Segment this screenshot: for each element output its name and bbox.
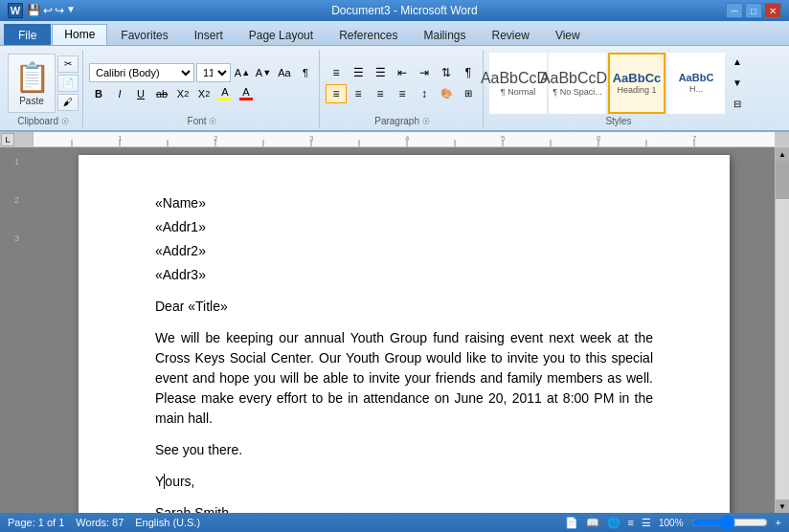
font-color-button[interactable]: A [237,84,256,103]
view-draft-icon[interactable]: ☰ [642,517,651,529]
tab-favorites[interactable]: Favorites [108,24,180,45]
bullets-button[interactable]: ≡ [326,63,347,82]
copy-button[interactable]: 📄 [57,75,79,92]
language: English (U.S.) [135,517,200,528]
document-content[interactable]: «Name» «Addr1» «Addr2» «Addr3» Dear «Tit… [155,193,653,513]
minimize-button[interactable]: ─ [726,3,743,18]
font-size-increase-button[interactable]: A▲ [233,63,252,82]
zoom-in-button[interactable]: + [776,517,781,528]
style-no-spacing-label: ¶ No Spaci... [552,87,601,97]
shading-button[interactable]: 🎨 [436,84,457,103]
decrease-indent-button[interactable]: ⇤ [392,63,413,82]
cut-button[interactable]: ✂ [57,55,79,73]
save-icon[interactable]: 💾 [27,4,41,17]
vertical-scrollbar[interactable]: ▲ ▼ [775,147,789,513]
style-heading2-label: H... [689,84,703,94]
bold-button[interactable]: B [89,84,108,103]
zoom-slider[interactable] [691,518,768,527]
align-center-button[interactable]: ≡ [348,84,369,103]
salutation: Dear «Title» [155,297,653,317]
font-size-select[interactable]: 11 [196,63,231,82]
font-label: Font ☉ [188,114,217,126]
merge-addr3: «Addr3» [155,265,653,285]
font-name-select[interactable]: Calibri (Body) [89,63,194,82]
page-info: Page: 1 of 1 [8,517,64,528]
align-left-button[interactable]: ≡ [326,84,347,103]
strikethrough-button[interactable]: ab [152,84,171,103]
line-spacing-button[interactable]: ↕ [414,84,435,103]
superscript-button[interactable]: X2 [194,84,214,103]
title-bar: W 💾 ↩ ↪ ▼ Document3 - Microsoft Word ─ □… [0,0,789,21]
page-scroll-area[interactable]: «Name» «Addr1» «Addr2» «Addr3» Dear «Tit… [34,147,775,513]
tab-home[interactable]: Home [52,24,107,45]
styles-scroll-down[interactable]: ▼ [727,74,748,93]
qa-dropdown-icon[interactable]: ▼ [66,4,76,17]
multilevel-list-button[interactable]: ☰ [370,63,391,82]
clear-formatting-button[interactable]: ¶ [296,63,315,82]
ruler-main: 1 2 3 4 5 6 7 [34,132,775,146]
format-painter-button[interactable]: 🖌 [57,94,79,111]
svg-text:1: 1 [118,134,123,143]
ruler-corner: L [0,132,34,146]
view-web-icon[interactable]: 🌐 [607,517,620,529]
style-heading2-preview: AaBbC [679,72,714,84]
style-no-spacing[interactable]: AaBbCcDc ¶ No Spaci... [549,53,606,114]
underline-button[interactable]: U [131,84,150,103]
paragraph-group: ≡ ☰ ☰ ⇤ ⇥ ⇅ ¶ ≡ ≡ ≡ ≡ ↕ 🎨 ⊞ [322,50,484,128]
italic-button[interactable]: I [110,84,129,103]
window-title: Document3 - Microsoft Word [83,4,726,17]
sort-button[interactable]: ⇅ [436,63,457,82]
style-normal-label: ¶ Normal [501,87,535,97]
tab-file[interactable]: File [4,24,51,45]
scroll-track[interactable] [776,161,789,499]
show-formatting-button[interactable]: ¶ [458,63,479,82]
paste-button[interactable]: 📋 Paste [8,54,56,113]
change-case-button[interactable]: Aa [275,63,294,82]
tab-mailings[interactable]: Mailings [412,24,479,45]
undo-icon[interactable]: ↩ [43,4,53,17]
view-full-reading-icon[interactable]: 📖 [586,517,599,529]
style-heading2[interactable]: AaBbC H... [667,53,725,114]
text-highlight-button[interactable]: A [215,84,235,103]
merge-addr2: «Addr2» [155,241,653,261]
increase-indent-button[interactable]: ⇥ [414,63,435,82]
scroll-thumb[interactable] [776,161,789,199]
merge-addr1: «Addr1» [155,217,653,237]
styles-scroll-up[interactable]: ▲ [727,53,748,72]
word-count: Words: 87 [76,517,124,528]
scroll-up-button[interactable]: ▲ [776,147,789,161]
tab-references[interactable]: References [327,24,410,45]
subscript-button[interactable]: X2 [173,84,192,103]
body-paragraph: We will be keeping our annual Youth Grou… [155,328,653,429]
svg-text:3: 3 [309,134,314,143]
view-outline-icon[interactable]: ≡ [628,517,634,528]
align-right-button[interactable]: ≡ [370,84,391,103]
justify-button[interactable]: ≡ [392,84,413,103]
signature: Sarah Smith [155,503,653,513]
scroll-down-button[interactable]: ▼ [776,499,789,513]
document-page[interactable]: «Name» «Addr1» «Addr2» «Addr3» Dear «Tit… [79,155,730,513]
style-normal[interactable]: AaBbCcDc ¶ Normal [489,53,547,114]
left-margin: 1 2 3 [0,147,34,513]
borders-button[interactable]: ⊞ [458,84,479,103]
numbering-button[interactable]: ☰ [348,63,369,82]
tab-page-layout[interactable]: Page Layout [237,24,326,45]
tab-review[interactable]: Review [480,24,542,45]
clipboard-group: 📋 Paste ✂ 📄 🖌 Clipboard ☉ [4,50,83,128]
maximize-button[interactable]: □ [745,3,762,18]
paragraph-launcher[interactable]: ☉ [422,117,430,126]
svg-text:4: 4 [405,134,410,143]
tab-view[interactable]: View [543,24,593,45]
view-print-icon[interactable]: 📄 [565,517,578,529]
styles-more[interactable]: ⊟ [727,95,748,114]
closing: Yours, [155,472,653,492]
style-heading1[interactable]: AaBbCc Heading 1 [608,53,665,114]
clipboard-launcher[interactable]: ☉ [61,117,69,126]
font-launcher[interactable]: ☉ [209,117,216,126]
document-area: 1 2 3 «Name» «Addr1» «Addr2» «Addr3» Dea… [0,147,789,513]
close-button[interactable]: ✕ [764,3,781,18]
tab-insert[interactable]: Insert [182,24,236,45]
redo-icon[interactable]: ↪ [55,4,64,17]
paste-label: Paste [19,96,44,106]
font-size-decrease-button[interactable]: A▼ [254,63,273,82]
